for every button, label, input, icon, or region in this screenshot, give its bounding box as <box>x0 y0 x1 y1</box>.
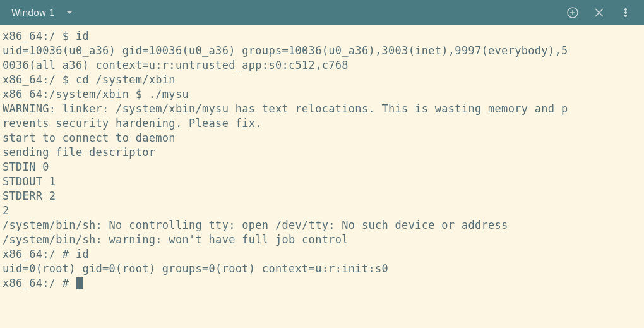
terminal-line: revents security hardening. Please fix. <box>3 116 641 131</box>
terminal-line: /system/bin/sh: No controlling tty: open… <box>3 218 641 233</box>
window-dropdown-icon[interactable] <box>66 11 73 15</box>
terminal-output[interactable]: x86_64:/ $ iduid=10036(u0_a36) gid=10036… <box>0 25 644 293</box>
terminal-line: x86_64:/ $ cd /system/xbin <box>3 73 641 87</box>
close-button[interactable] <box>586 0 612 25</box>
svg-point-5 <box>624 8 626 10</box>
terminal-line: 2 <box>3 203 641 218</box>
terminal-line: /system/bin/sh: warning: won't have full… <box>3 233 641 247</box>
terminal-line: STDERR 2 <box>3 189 641 203</box>
window-title: Window 1 <box>11 8 55 18</box>
terminal-line: x86_64:/ # id <box>3 247 641 262</box>
terminal-cursor <box>76 277 83 289</box>
terminal-line: sending file descriptor <box>3 145 641 160</box>
terminal-line: start to connect to daemon <box>3 131 641 145</box>
more-menu-button[interactable] <box>612 0 639 25</box>
terminal-line: uid=0(root) gid=0(root) groups=0(root) c… <box>3 262 641 276</box>
terminal-line: x86_64:/ $ id <box>3 29 641 44</box>
titlebar: Window 1 <box>0 0 644 25</box>
terminal-line: STDOUT 1 <box>3 174 641 189</box>
svg-point-7 <box>624 15 626 16</box>
terminal-line: STDIN 0 <box>3 160 641 174</box>
svg-point-6 <box>624 11 626 13</box>
terminal-line: x86_64:/ # <box>3 276 641 291</box>
terminal-line: WARNING: linker: /system/xbin/mysu has t… <box>3 102 641 116</box>
terminal-line: 0036(all_a36) context=u:r:untrusted_app:… <box>3 58 641 73</box>
terminal-line: x86_64:/system/xbin $ ./mysu <box>3 87 641 102</box>
terminal-line: uid=10036(u0_a36) gid=10036(u0_a36) grou… <box>3 44 641 58</box>
new-tab-button[interactable] <box>559 0 586 25</box>
